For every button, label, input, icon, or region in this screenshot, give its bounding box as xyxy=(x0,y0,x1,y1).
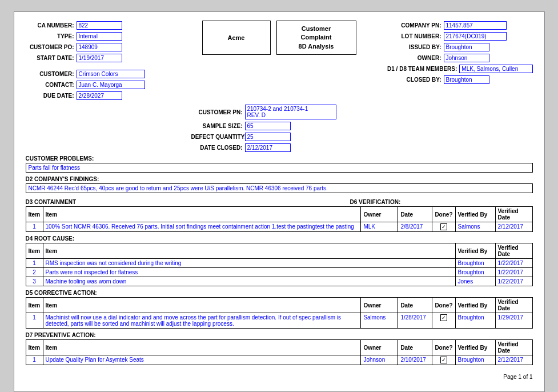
table-row: 2 Parts were not inspected for flatness … xyxy=(26,268,532,277)
d5-col-item: Item xyxy=(26,298,43,313)
d5-col-owner: Owner xyxy=(361,298,398,313)
defect-qty-value: 25 xyxy=(245,133,291,141)
issued-by-label: ISSUED BY: xyxy=(373,44,441,50)
d4-item: 3 xyxy=(26,277,43,286)
d5-done xyxy=(432,313,455,329)
d7-col-desc: Item xyxy=(43,340,361,355)
customer-pn-value: 210734-2 and 210734-1 REV. D xyxy=(245,105,336,119)
company-pn-row: COMPANY PN: 11457.857 xyxy=(373,21,533,30)
d4-col-verdate: Verified Date xyxy=(495,243,532,259)
lot-number-label: LOT NUMBER: xyxy=(373,33,441,39)
date-closed-value: 2/12/2017 xyxy=(245,143,291,152)
d3-col-owner: Owner xyxy=(361,207,398,222)
table-row: 1 RMS inspection was not considered duri… xyxy=(26,259,532,268)
d3-col-date: Date xyxy=(398,207,432,222)
customer-row: CUSTOMER: Crimson Colors xyxy=(26,69,186,78)
due-date-value: 2/28/2027 xyxy=(77,91,122,100)
table-row: 1 Machinist will now use a dial indicato… xyxy=(26,313,532,329)
d4-table: Item Item Verified By Verified Date 1 RM… xyxy=(26,243,533,286)
d3-col-verby: Verified By xyxy=(455,207,495,222)
d4-verby: Broughton xyxy=(455,268,495,277)
d5-col-verby: Verified By xyxy=(455,298,495,313)
table-row: 1 Update Quality Plan for Asymtek Seats … xyxy=(26,355,532,365)
d3-table: Item Item Owner Date Done? Verified By V… xyxy=(26,206,533,232)
d3-col-done: Done? xyxy=(432,207,455,222)
customer-po-value: 148909 xyxy=(77,43,122,51)
d3d6-header-row: D3 CONTAINMENT D6 VERIFICATION: xyxy=(26,195,533,206)
company-pn-label: COMPANY PN: xyxy=(373,22,441,29)
d5-corrective-action-title: D5 CORRECTIVE ACTION: xyxy=(26,290,533,296)
title-text: CustomerComplaint8D Analysis xyxy=(299,25,334,51)
acme-label: Acme xyxy=(228,34,245,41)
header-left: CA NUMBER: 822 TYPE: Internal CUSTOMER P… xyxy=(26,21,186,100)
owner-label: OWNER: xyxy=(373,55,441,61)
d7-verdate: 2/12/2017 xyxy=(495,355,532,365)
d4-desc: RMS inspection was not considered during… xyxy=(43,259,455,268)
d4-col-desc: Item xyxy=(43,243,455,259)
d5-col-date: Date xyxy=(398,298,432,313)
owner-value: Johnson xyxy=(444,54,489,62)
d5-date: 1/28/2017 xyxy=(398,313,432,329)
page-number: Page 1 of 1 xyxy=(26,374,533,380)
d3-containment-title: D3 CONTAINMENT xyxy=(26,199,77,205)
d7-desc: Update Quality Plan for Asymtek Seats xyxy=(43,355,361,365)
d6-verification-title: D6 VERIFICATION: xyxy=(350,199,533,205)
date-closed-row: DATE CLOSED: 2/12/2017 xyxy=(191,143,367,152)
d7-preventive-action-title: D7 PREVENTIVE ACTION: xyxy=(26,332,533,338)
d4-col-item: Item xyxy=(26,243,43,259)
header-section: CA NUMBER: 822 TYPE: Internal CUSTOMER P… xyxy=(26,21,533,100)
lot-number-value: 217674(DC019) xyxy=(444,32,507,41)
table-row: 1 100% Sort NCMR 46306. Received 76 part… xyxy=(26,222,532,232)
d3-owner: MLK xyxy=(361,222,398,232)
middle-center-fields: CUSTOMER PN: 210734-2 and 210734-1 REV. … xyxy=(191,105,367,152)
due-date-label: DUE DATE: xyxy=(26,93,74,99)
d3-date: 2/8/2017 xyxy=(398,222,432,232)
header-right: COMPANY PN: 11457.857 LOT NUMBER: 217674… xyxy=(373,21,533,84)
date-closed-label: DATE CLOSED: xyxy=(191,145,243,151)
type-value: Internal xyxy=(77,32,122,41)
customer-label: CUSTOMER: xyxy=(26,71,74,77)
customer-value: Crimson Colors xyxy=(77,70,145,78)
d5-desc: Machinist will now use a dial indicator … xyxy=(43,313,361,329)
customer-problems-title: CUSTOMER PROBLEMS: xyxy=(26,155,533,162)
d5-verdate: 1/29/2017 xyxy=(495,313,532,329)
title-box: CustomerComplaint8D Analysis xyxy=(276,21,356,55)
type-row: TYPE: Internal xyxy=(26,31,186,41)
closed-by-label: CLOSED BY: xyxy=(373,77,441,83)
d3-item: 1 xyxy=(26,222,43,232)
contact-value: Juan C. Mayorga xyxy=(77,81,145,89)
page: CA NUMBER: 822 TYPE: Internal CUSTOMER P… xyxy=(14,11,545,392)
sample-size-value: 65 xyxy=(245,122,291,130)
d5-col-verdate: Verified Date xyxy=(495,298,532,313)
lot-number-row: LOT NUMBER: 217674(DC019) xyxy=(373,31,533,41)
d7-date: 2/10/2017 xyxy=(398,355,432,365)
defect-qty-label: DEFECT QUANTITY: xyxy=(191,134,243,140)
d5-owner: Salmons xyxy=(361,313,398,329)
middle-fields-row: CUSTOMER PN: 210734-2 and 210734-1 REV. … xyxy=(26,105,533,152)
defect-qty-row: DEFECT QUANTITY: 25 xyxy=(191,132,367,141)
team-members-row: D1 / D8 TEAM MEMBERS: MLK, Salmons, Cull… xyxy=(373,64,533,73)
d7-col-verdate: Verified Date xyxy=(495,340,532,355)
d3-verby: Salmons xyxy=(455,222,495,232)
d7-col-item: Item xyxy=(26,340,43,355)
d4-item: 2 xyxy=(26,268,43,277)
d5-verby: Broughton xyxy=(455,313,495,329)
d2-findings-title: D2 COMPANY'S FINDINGS: xyxy=(26,176,533,182)
contact-label: CONTACT: xyxy=(26,82,74,88)
d4-verby: Jones xyxy=(455,277,495,286)
d4-desc: Machine tooling was worn down xyxy=(43,277,455,286)
d4-verdate: 1/22/2017 xyxy=(495,277,532,286)
d4-desc: Parts were not inspected for flatness xyxy=(43,268,455,277)
d7-item: 1 xyxy=(26,355,43,365)
owner-row: OWNER: Johnson xyxy=(373,53,533,62)
type-label: TYPE: xyxy=(26,33,74,39)
d3-done xyxy=(432,222,455,232)
contact-row: CONTACT: Juan C. Mayorga xyxy=(26,80,186,89)
d7-owner: Johnson xyxy=(361,355,398,365)
company-pn-value: 11457.857 xyxy=(444,21,507,30)
d5-col-done: Done? xyxy=(432,298,455,313)
start-date-label: START DATE: xyxy=(26,55,74,61)
table-row: 3 Machine tooling was worn down Jones 1/… xyxy=(26,277,532,286)
d4-verdate: 1/22/2017 xyxy=(495,259,532,268)
d3-verdate: 2/12/2017 xyxy=(495,222,532,232)
